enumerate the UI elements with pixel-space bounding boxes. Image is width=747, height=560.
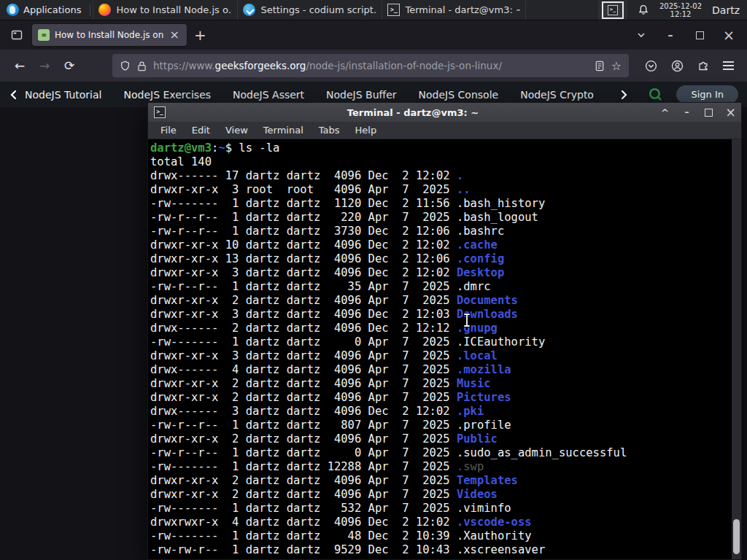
command-text: ls -la	[239, 141, 279, 155]
terminal-output[interactable]: dartz@vm3:~$ ls -la total 140 drwx------…	[148, 139, 741, 559]
file-name: .swp	[457, 460, 484, 473]
pocket-save-icon[interactable]	[645, 60, 657, 72]
terminal-scrollbar[interactable]	[732, 139, 741, 559]
file-listing-row: drwxr-xr-x 13 dartz dartz 4096 Dec 2 12:…	[150, 252, 729, 266]
file-meta: drwxr-xr-x 10 dartz dartz 4096 Dec 2 12:…	[150, 238, 457, 252]
applications-menu-button[interactable]: Applications	[0, 0, 88, 20]
terminal-scrollbar-thumb[interactable]	[733, 519, 740, 554]
file-name: .bashrc	[457, 225, 504, 238]
panel-clock[interactable]: 2025-12-02 12:12	[659, 2, 702, 18]
notifications-bell-icon[interactable]	[638, 4, 649, 16]
scroll-right-chevron-icon[interactable]	[619, 90, 629, 100]
file-meta: -rw------- 1 dartz dartz 48 Dec 2 10:39	[150, 529, 457, 542]
file-name: .profile	[457, 419, 511, 432]
file-meta: drwx------ 17 dartz dartz 4096 Dec 2 12:…	[150, 169, 457, 182]
terminal-icon	[387, 4, 400, 16]
file-meta: -rw-r--r-- 1 dartz dartz 3730 Dec 2 12:0…	[150, 225, 457, 238]
file-name: .	[457, 169, 463, 182]
search-icon[interactable]	[648, 87, 663, 102]
file-listing-row: drwxr-xr-x 2 dartz dartz 4096 Apr 7 2025…	[150, 377, 729, 391]
workspace-switcher[interactable]	[598, 1, 627, 20]
terminal-title-bar[interactable]: Terminal - dartz@vm3: ~	[148, 103, 741, 122]
firefox-view-icon[interactable]	[7, 26, 26, 44]
terminal-menu-file[interactable]: File	[160, 125, 177, 136]
file-name: Desktop	[457, 266, 504, 279]
window-maximize-button[interactable]	[694, 30, 705, 40]
file-meta: -rw-r--r-- 1 dartz dartz 220 Apr 7 2025	[150, 211, 457, 224]
taskbar-button[interactable]: Terminal - dartz@vm3: ~	[382, 1, 526, 20]
site-nav-link[interactable]: NodeJS Assert	[233, 89, 304, 101]
browser-tab-active[interactable]: How to Install Node.js on	[32, 24, 187, 46]
application-menu-icon[interactable]	[723, 61, 734, 69]
desktop-screen: Applications How to Install Node.js o...…	[0, 0, 747, 560]
site-nav-link[interactable]: NodeJS Buffer	[326, 89, 397, 101]
bookmark-star-icon[interactable]: ☆	[611, 59, 622, 73]
terminal-minimize-button[interactable]	[682, 108, 692, 117]
file-listing-row: drwxr-xr-x 10 dartz dartz 4096 Dec 2 12:…	[150, 238, 729, 252]
file-meta: -rw-r--r-- 1 dartz dartz 35 Apr 7 2025	[150, 280, 457, 293]
terminal-maximize-button[interactable]	[704, 108, 713, 117]
window-minimize-button[interactable]	[665, 30, 676, 40]
file-name: .bash_history	[457, 197, 545, 210]
taskbar-button-title: Settings - codium script...	[260, 4, 376, 15]
list-all-tabs-chevron-icon[interactable]	[636, 30, 646, 40]
file-meta: -rw-r--r-- 1 dartz dartz 0 Apr 7 2025	[150, 446, 457, 459]
url-bar[interactable]: https://www.geeksforgeeks.org/node-js/in…	[112, 54, 629, 77]
applications-menu-label: Applications	[23, 4, 81, 15]
terminal-window: Terminal - dartz@vm3: ~ FileEditViewTerm…	[147, 102, 742, 560]
new-tab-button[interactable]: +	[194, 26, 206, 44]
extensions-icon[interactable]	[697, 60, 709, 72]
file-listing-row: drwxr-xr-x 3 dartz dartz 4096 Dec 2 12:0…	[150, 308, 729, 322]
back-button[interactable]: ←	[9, 55, 31, 77]
file-listing-row: drwxr-xr-x 2 dartz dartz 4096 Apr 7 2025…	[150, 294, 729, 308]
file-listing-row: -rw------- 1 dartz dartz 1120 Dec 2 11:5…	[150, 197, 729, 211]
site-nav-link[interactable]: NodeJS Tutorial	[25, 89, 101, 101]
terminal-menu-view[interactable]: View	[225, 125, 248, 136]
taskbar-button[interactable]: How to Install Node.js o...	[93, 1, 237, 20]
terminal-menu-edit[interactable]: Edit	[192, 125, 210, 136]
terminal-icon	[608, 5, 618, 15]
site-nav-link[interactable]: NodeJS Exercises	[123, 89, 211, 101]
taskbar-button-title: How to Install Node.js o...	[116, 4, 232, 15]
scroll-left-chevron-icon[interactable]	[9, 90, 19, 100]
reader-mode-icon[interactable]	[595, 61, 605, 71]
file-name: .dmrc	[457, 280, 491, 293]
prompt-line: dartz@vm3:~$ ls -la	[150, 141, 729, 155]
browser-nav-bar: ← → ⟳ https://www.geeksforgeeks.org/node…	[0, 50, 747, 82]
file-name: ..	[457, 183, 471, 196]
terminal-menu-help[interactable]: Help	[355, 125, 377, 136]
taskbar-button[interactable]: Settings - codium script...	[237, 1, 382, 20]
file-listing-row: drwx------ 17 dartz dartz 4096 Dec 2 12:…	[150, 169, 729, 183]
file-meta: -rw------- 1 dartz dartz 12288 Apr 7 202…	[150, 460, 457, 473]
file-name: .cache	[457, 238, 498, 252]
file-meta: -rw------- 1 dartz dartz 0 Apr 7 2025	[150, 335, 457, 349]
terminal-title: Terminal - dartz@vm3: ~	[166, 107, 660, 118]
lock-icon[interactable]	[137, 61, 147, 71]
tab-close-icon[interactable]	[169, 29, 181, 41]
file-meta: drwx------ 2 dartz dartz 4096 Dec 2 12:1…	[150, 322, 457, 335]
file-meta: drwxr-xr-x 2 dartz dartz 4096 Apr 7 2025	[150, 474, 457, 487]
file-meta: -rw-rw-r-- 1 dartz dartz 9529 Dec 2 10:4…	[150, 543, 457, 556]
file-meta: drwxr-xr-x 3 dartz dartz 4096 Dec 2 12:0…	[150, 308, 457, 321]
file-listing-row: -rw------- 1 dartz dartz 532 Apr 7 2025 …	[150, 502, 729, 516]
taskbar: How to Install Node.js o...Settings - co…	[93, 0, 526, 20]
reload-button[interactable]: ⟳	[58, 55, 80, 77]
terminal-menu-terminal[interactable]: Terminal	[263, 125, 303, 136]
file-name: Documents	[457, 294, 518, 307]
terminal-close-button[interactable]	[726, 108, 735, 117]
file-listing-row: -rw-r--r-- 1 dartz dartz 0 Apr 7 2025 .s…	[150, 446, 729, 460]
url-path: /node-js/installation-of-node-js-on-linu…	[306, 60, 502, 71]
tracking-shield-icon[interactable]	[120, 61, 131, 71]
site-nav-link[interactable]: NodeJS Console	[419, 89, 499, 101]
site-nav-link[interactable]: NodeJS Crypto	[520, 89, 594, 101]
window-close-button[interactable]	[724, 30, 734, 40]
account-icon[interactable]	[671, 60, 684, 72]
toolbar-right-icons	[638, 60, 738, 72]
terminal-menu-tabs[interactable]: Tabs	[319, 125, 340, 136]
file-name: Downloads	[457, 308, 518, 321]
panel-user-name[interactable]: Dartz	[712, 4, 740, 16]
tab-title: How to Install Node.js on	[55, 30, 163, 40]
terminal-shade-button[interactable]	[660, 108, 670, 117]
sign-in-button[interactable]: Sign In	[676, 85, 738, 104]
forward-button[interactable]: →	[34, 55, 55, 77]
